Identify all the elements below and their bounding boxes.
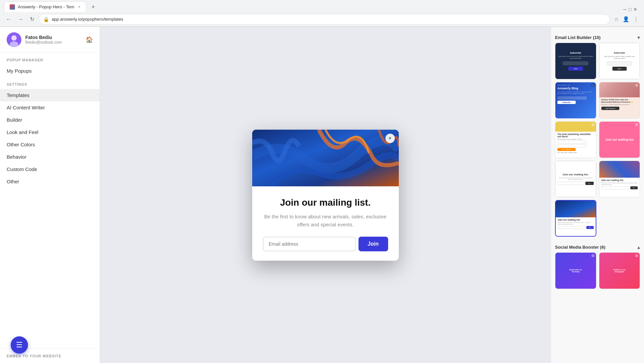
sidebar-item-my-popups[interactable]: My Popups xyxy=(0,65,100,77)
sidebar-item-templates[interactable]: Templates xyxy=(0,89,100,101)
nav-bar: ← → ↻ 🔒 app.answerly.io/popuphero/templa… xyxy=(0,12,644,27)
maximize-btn[interactable]: □ xyxy=(629,7,631,12)
menu-icon: ☰ xyxy=(16,341,23,349)
avatar xyxy=(7,32,21,47)
popup-image: × xyxy=(252,130,399,186)
template-close-icon: × xyxy=(635,123,638,126)
template-grid: Subscribe Subscribe now to stay up to da… xyxy=(555,43,640,237)
close-icon: × xyxy=(388,135,391,141)
template-mailing-pink[interactable]: Join our mailing list × xyxy=(599,121,640,158)
address-bar[interactable]: 🔒 app.answerly.io/popuphero/templates xyxy=(39,14,610,25)
template-mailing-abstract[interactable]: Join our mailing list. Be the first to k… xyxy=(599,161,640,197)
sidebar-item-ai-content[interactable]: AI Content Writer xyxy=(0,101,100,114)
close-window-btn[interactable]: ✕ xyxy=(633,7,637,12)
popup-image-svg xyxy=(252,130,399,186)
popup-body: Join our mailing list. Be the first to k… xyxy=(252,186,399,261)
template-close-icon: × xyxy=(591,84,595,87)
app-layout: Fatos Bediu fbediu@outlook.com 🏠 POPUP M… xyxy=(0,27,644,363)
sidebar-item-other[interactable]: Other xyxy=(0,175,100,188)
social-section-header[interactable]: Social Media Booster (6) ▴ xyxy=(555,241,640,252)
active-tab[interactable]: Answerly - Popup Hero - Tem × xyxy=(4,1,86,12)
svg-rect-4 xyxy=(556,201,596,217)
user-name: Fatos Bediu xyxy=(25,35,82,40)
template-social-pink[interactable]: Follow us onInstagram × xyxy=(599,252,640,289)
new-tab-button[interactable]: + xyxy=(89,2,98,12)
sidebar-item-custom-code[interactable]: Custom Code xyxy=(0,163,100,175)
sidebar-item-look-feel[interactable]: Look and Feel xyxy=(0,126,100,138)
template-close-icon: × xyxy=(635,84,638,87)
browser-chrome: Answerly - Popup Hero - Tem × + ─ □ ✕ ← … xyxy=(0,0,644,27)
email-input[interactable] xyxy=(263,237,356,251)
popup-manager-label: POPUP MANAGER xyxy=(0,53,100,65)
template-close-icon: × xyxy=(635,254,638,257)
email-section-header[interactable]: Email List Builder (10) ▾ xyxy=(555,31,640,43)
user-info: Fatos Bediu fbediu@outlook.com xyxy=(25,35,82,45)
profile-btn[interactable]: 👤 xyxy=(621,15,631,24)
url-text: app.answerly.io/popuphero/templates xyxy=(52,17,606,22)
extension-btn[interactable]: ⋮ xyxy=(632,15,640,24)
minimize-btn[interactable]: ─ xyxy=(623,7,627,12)
join-button[interactable]: Join xyxy=(358,237,388,251)
user-email: fbediu@outlook.com xyxy=(25,40,82,45)
template-mailing-white[interactable]: Join our mailing list. Be the first to k… xyxy=(555,161,596,197)
popup-title: Join our mailing list. xyxy=(263,197,388,208)
sidebar-item-behavior[interactable]: Behavior xyxy=(0,151,100,163)
popup-modal: × Join our mailing list. Be the first to… xyxy=(252,130,399,261)
template-mailing-art[interactable]: Join our mailing list. Be the first to k… xyxy=(555,200,596,237)
user-profile: Fatos Bediu fbediu@outlook.com 🏠 xyxy=(0,27,100,53)
forward-button[interactable]: → xyxy=(16,15,25,24)
email-section-chevron: ▾ xyxy=(637,34,640,41)
sidebar-item-other-colors[interactable]: Other Colors xyxy=(0,138,100,151)
tab-bar: Answerly - Popup Hero - Tem × + ─ □ ✕ xyxy=(0,0,644,12)
sidebar-item-builder[interactable]: Builder xyxy=(0,114,100,126)
template-newsletter[interactable]: The best marketing newsletter out there!… xyxy=(555,121,596,158)
template-close-icon: × xyxy=(591,254,595,257)
email-section-title: Email List Builder (10) xyxy=(555,35,601,40)
popup-subtitle: Be the first to know about new arrivals,… xyxy=(263,213,388,229)
social-template-grid: Subscribe onYouTube × Follow us onInstag… xyxy=(555,252,640,289)
popup-close-button[interactable]: × xyxy=(385,134,395,143)
social-section-title: Social Media Booster (6) xyxy=(555,245,605,250)
template-answerly-blog[interactable]: × SUBSCRIBE TO THE Answerly Blog Get a w… xyxy=(555,82,596,119)
template-skincare[interactable]: Unlock YOUR Glow with Our Discounted Ski… xyxy=(599,82,640,119)
bookmark-btn[interactable]: ☆ xyxy=(613,15,620,24)
tab-title: Answerly - Popup Hero - Tem xyxy=(18,4,74,9)
template-close-icon: × xyxy=(591,123,595,126)
fab-menu-button[interactable]: ☰ xyxy=(11,336,28,354)
preview-area: × Join our mailing list. Be the first to… xyxy=(100,27,551,363)
template-subscribe-light[interactable]: Subscribe Sign up now to get the latest … xyxy=(599,43,640,79)
templates-panel: Email List Builder (10) ▾ Subscribe Subs… xyxy=(551,27,644,363)
svg-point-1 xyxy=(11,35,17,41)
reload-button[interactable]: ↻ xyxy=(28,15,36,24)
template-social-purple[interactable]: Subscribe onYouTube × xyxy=(555,252,596,289)
template-subscribe-dark[interactable]: Subscribe Subscribe now to stay up to da… xyxy=(555,43,596,79)
lock-icon: 🔒 xyxy=(43,17,49,22)
browser-action-icons: ☆ 👤 ⋮ xyxy=(613,15,640,24)
back-button[interactable]: ← xyxy=(4,15,13,24)
tab-close-btn[interactable]: × xyxy=(78,5,81,9)
social-section-chevron: ▴ xyxy=(637,244,640,250)
home-button[interactable]: 🏠 xyxy=(86,36,93,43)
settings-label: SETTINGS xyxy=(0,77,100,89)
sidebar: Fatos Bediu fbediu@outlook.com 🏠 POPUP M… xyxy=(0,27,100,363)
tab-favicon xyxy=(10,4,15,10)
popup-form: Join xyxy=(263,237,388,251)
